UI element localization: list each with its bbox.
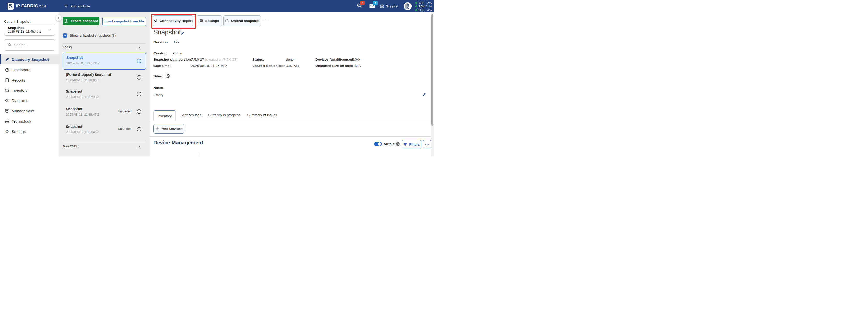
- panel-divider: [63, 43, 146, 44]
- window-scrollbar-thumb[interactable]: [431, 14, 433, 126]
- plus-icon: [155, 127, 159, 131]
- edit-notes-icon[interactable]: [422, 92, 426, 98]
- exclamation-icon: [360, 1, 365, 5]
- tab-summary-of-issues[interactable]: Summary of Issues: [247, 113, 277, 117]
- tab-label: Inventory: [157, 114, 172, 118]
- sidebar-item-settings[interactable]: ⚙ Settings: [0, 127, 59, 136]
- svg-text:?: ?: [397, 143, 399, 146]
- group-label-today: Today: [63, 45, 72, 49]
- sidebar-item-inventory[interactable]: Inventory: [0, 85, 59, 95]
- start-time-value: 2025-08-18, 11:45:40 Z: [191, 64, 227, 68]
- search-input[interactable]: [14, 43, 51, 47]
- sidebar-item-diagrams[interactable]: Diagrams: [0, 96, 59, 105]
- snapshot-list-item[interactable]: Snapshot 2025-08-18, 11:33:46 Z Unloaded: [63, 123, 146, 138]
- auto-size-toggle[interactable]: [374, 142, 382, 146]
- first-aid-icon: [380, 4, 384, 8]
- chevron-left-icon: [57, 17, 60, 20]
- load-snapshot-button[interactable]: Load snapshot from file: [102, 17, 146, 26]
- gear-icon: ⚙: [199, 19, 203, 23]
- chevron-up-icon[interactable]: [138, 46, 141, 50]
- tab-currently-in-progress[interactable]: Currently in progress: [208, 113, 240, 117]
- sidebar-item-label: Inventory: [11, 88, 28, 92]
- filters-button[interactable]: Filters: [402, 140, 421, 149]
- snapshot-list-item[interactable]: Snapshot 2025-08-18, 11:37:33 Z: [63, 88, 146, 103]
- group-label-may-2025: May 2025: [63, 145, 77, 148]
- gauge-icon: [5, 68, 9, 72]
- help-icon[interactable]: ?: [396, 142, 400, 147]
- sidebar-item-label: Dashboard: [11, 68, 30, 72]
- snapshot-list-item[interactable]: Snapshot 2025-08-18, 11:35:47 Z Unloaded: [63, 106, 146, 121]
- snapshot-list-item-selected[interactable]: Snapshot 2025-08-18, 11:45:40 Z: [63, 53, 146, 70]
- unloaded-badge: Unloaded: [118, 127, 132, 131]
- table-column-divider: [199, 152, 199, 156]
- snapshot-item-timestamp: 2025-08-18, 11:38:05 Z: [66, 79, 99, 82]
- snapshot-item-timestamp: 2025-08-18, 11:35:47 Z: [66, 113, 99, 117]
- snapshot-list-item[interactable]: (Force Stopped) Snapshot 2025-08-18, 11:…: [63, 71, 146, 87]
- snapshot-selector-subtitle: 2025-08-18, 11:45:40 Z: [8, 30, 41, 34]
- panel-divider: [63, 142, 146, 142]
- sidebar-collapse-button[interactable]: [56, 15, 62, 21]
- show-unloaded-checkbox[interactable]: [63, 33, 67, 38]
- sidebar-item-dashboard[interactable]: Dashboard: [0, 65, 59, 75]
- app-root: { "header": { "brand": "IP FABRIC", "ver…: [0, 0, 434, 156]
- devices-label: Devices (total/licensed):: [315, 58, 355, 61]
- database-download-icon: [225, 19, 229, 23]
- document-icon: [5, 78, 9, 83]
- current-snapshot-label: Current Snapshot: [4, 20, 30, 24]
- chevron-up-icon[interactable]: [138, 145, 141, 150]
- page-title: Snapshot: [153, 28, 181, 36]
- notes-value: Empty: [153, 93, 163, 97]
- toolbar-more-button[interactable]: ···: [263, 18, 268, 22]
- snapshot-settings-button[interactable]: ⚙ Settings: [196, 15, 222, 26]
- add-devices-button[interactable]: Add Devices: [153, 124, 184, 133]
- add-attribute-button[interactable]: Add attribute: [64, 4, 90, 9]
- snapshot-settings-label: Settings: [206, 19, 219, 23]
- add-attribute-label: Add attribute: [70, 4, 90, 8]
- gear-icon: ⚙: [5, 129, 9, 134]
- main-content: Connectivity Report ⚙ Settings Unload sn…: [150, 12, 434, 156]
- search-icon: [7, 43, 11, 47]
- cpu-value: 2 %: [426, 2, 432, 4]
- snapshot-selector[interactable]: Snapshot 2025-08-18, 11:45:40 Z: [4, 24, 55, 36]
- edit-title-icon[interactable]: [181, 31, 185, 36]
- network-icon: [5, 98, 9, 103]
- hdd-value: 4 %: [426, 9, 432, 11]
- sidebar-item-discovery-snapshot[interactable]: Discovery Snapshot: [0, 55, 60, 64]
- unload-snapshot-button[interactable]: Unload snapshot: [223, 15, 261, 26]
- info-icon[interactable]: [137, 109, 142, 115]
- prohibited-icon: [165, 74, 170, 79]
- cpu-label: CPU: [419, 2, 426, 4]
- status-label: Status:: [252, 58, 264, 61]
- info-icon[interactable]: [137, 75, 142, 81]
- create-snapshot-button[interactable]: Create snapshot: [63, 17, 99, 25]
- tab-inventory[interactable]: Inventory: [153, 110, 176, 121]
- ram-value: 31 %: [426, 5, 432, 8]
- sidebar-item-reports[interactable]: Reports: [0, 75, 59, 85]
- snapshot-item-title: Snapshot: [66, 124, 83, 129]
- brand-name: IP FABRIC: [16, 4, 38, 9]
- avatar[interactable]: [404, 2, 412, 11]
- info-icon[interactable]: [137, 127, 142, 133]
- load-snapshot-label: Load snapshot from file: [104, 19, 144, 23]
- sidebar-item-label: Reports: [11, 78, 25, 83]
- info-icon[interactable]: [137, 92, 142, 98]
- table-more-button[interactable]: ···: [423, 140, 431, 149]
- funnel-icon: [64, 4, 68, 8]
- tab-services-logs[interactable]: Services logs: [181, 113, 201, 117]
- gear-small-icon: ⚙: [360, 5, 363, 8]
- loaded-size-label: Loaded size on disk:: [252, 64, 287, 68]
- sidebar-item-technology[interactable]: Technology: [0, 116, 59, 126]
- info-icon[interactable]: [137, 59, 142, 65]
- show-unloaded-row: Show unloaded snapshots (3): [63, 33, 116, 38]
- bell-icon: [374, 1, 377, 5]
- notes-label: Notes:: [153, 86, 164, 90]
- sidebar-item-management[interactable]: Management: [0, 106, 59, 116]
- devices-value: 0/0: [355, 58, 360, 61]
- snapshot-item-title: Snapshot: [66, 56, 83, 60]
- duration-value: 17s: [174, 40, 179, 44]
- brand-version: 7.5.4: [39, 5, 46, 8]
- top-bar: IP FABRIC 7.5.4 Add attribute ⚙ ⚙ Suppor…: [0, 0, 434, 12]
- support-button[interactable]: Support: [380, 4, 398, 8]
- cpu-status-dot: [415, 2, 417, 4]
- snapshot-item-timestamp: 2025-08-18, 11:33:46 Z: [66, 130, 99, 134]
